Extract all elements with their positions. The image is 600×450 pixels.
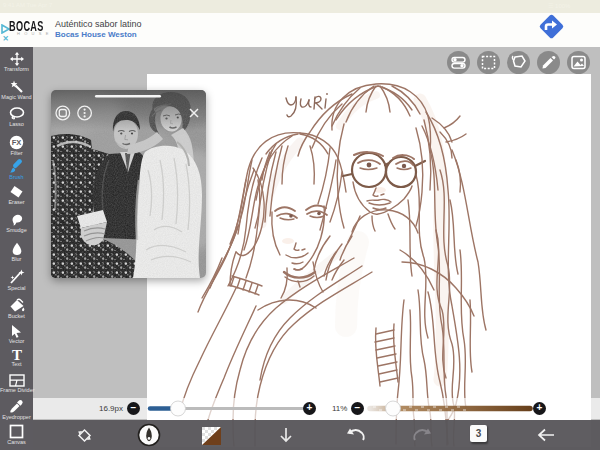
svg-text:T: T [11, 347, 21, 361]
svg-text:FX: FX [12, 138, 22, 147]
